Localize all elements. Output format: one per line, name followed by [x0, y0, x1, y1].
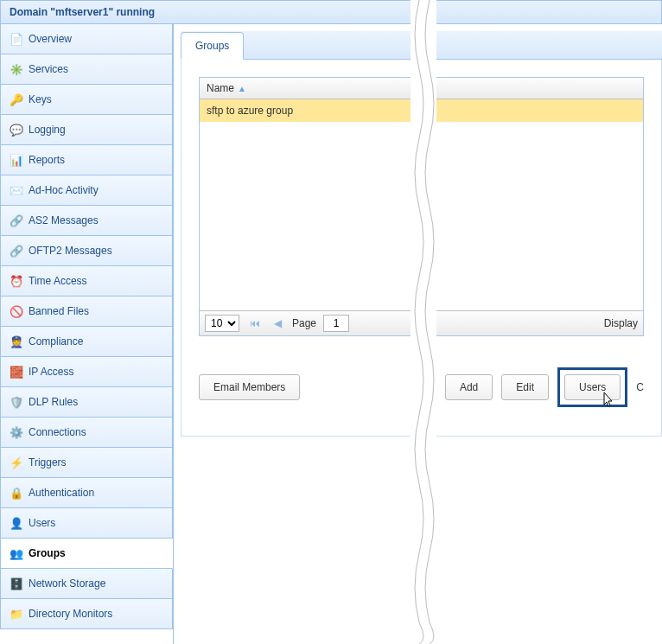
sidebar-item-label: AS2 Messages: [29, 214, 99, 226]
sidebar-item-dirmonitors[interactable]: 📁 Directory Monitors: [0, 599, 173, 629]
sidebar-item-label: Network Storage: [29, 577, 105, 590]
grid-footer: 10 ⏮ ◀ Page Display: [200, 310, 643, 335]
row-name: sftp to azure group: [207, 105, 293, 117]
sidebar-item-label: Time Access: [29, 275, 87, 287]
sidebar-item-reports[interactable]: 📊 Reports: [0, 145, 173, 175]
gear-icon: ⚙️: [10, 425, 23, 439]
user-icon: 👤: [10, 516, 23, 530]
sidebar-item-networkstorage[interactable]: 🗄️ Network Storage: [0, 569, 173, 599]
first-page-button[interactable]: ⏮: [246, 317, 264, 329]
main-panel: Groups Name ▲ sftp to azure group 10: [174, 24, 662, 644]
sidebar-item-timeaccess[interactable]: ⏰ Time Access: [0, 266, 173, 296]
sidebar-item-compliance[interactable]: 👮 Compliance: [0, 327, 173, 357]
sidebar-item-users[interactable]: 👤 Users: [0, 508, 173, 539]
as2-icon: 🔗: [10, 214, 23, 227]
folder-icon: 📁: [10, 607, 23, 621]
sidebar-item-keys[interactable]: 🔑 Keys: [0, 85, 173, 115]
page-size-select[interactable]: 10: [205, 315, 239, 332]
ipaccess-icon: 🧱: [10, 365, 23, 379]
prev-page-button[interactable]: ◀: [271, 317, 285, 329]
add-button[interactable]: Add: [445, 374, 493, 400]
compliance-icon: 👮: [10, 335, 23, 348]
sidebar-item-connections[interactable]: ⚙️ Connections: [0, 418, 173, 448]
sidebar-item-as2[interactable]: 🔗 AS2 Messages: [0, 206, 173, 236]
extra-button-cut: C: [636, 381, 644, 393]
sidebar-item-label: Logging: [29, 124, 66, 136]
logging-icon: 💬: [10, 123, 23, 137]
adhoc-icon: ✉️: [10, 183, 23, 197]
sidebar-item-label: IP Access: [29, 366, 73, 378]
page-number-input[interactable]: [323, 315, 349, 332]
tab-label: Groups: [195, 40, 229, 52]
sidebar-item-logging[interactable]: 💬 Logging: [0, 115, 173, 145]
sidebar-item-adhoc[interactable]: ✉️ Ad-Hoc Activity: [0, 175, 173, 206]
lock-icon: 🔒: [10, 486, 23, 500]
clock-icon: ⏰: [10, 274, 23, 288]
sidebar-item-label: Ad-Hoc Activity: [29, 184, 99, 196]
domain-title: Domain "mftserver1" running: [10, 6, 155, 18]
sidebar-item-overview[interactable]: 📄 Overview: [0, 24, 173, 54]
storage-icon: 🗄️: [10, 577, 23, 590]
page-label: Page: [292, 317, 316, 329]
sidebar-item-oftp2[interactable]: 🔗 OFTP2 Messages: [0, 236, 173, 266]
reports-icon: 📊: [10, 153, 23, 167]
edit-button[interactable]: Edit: [501, 374, 549, 400]
display-label: Display: [604, 317, 638, 329]
sidebar-item-authentication[interactable]: 🔒 Authentication: [0, 478, 173, 508]
sidebar-item-ipaccess[interactable]: 🧱 IP Access: [0, 357, 173, 387]
domain-header: Domain "mftserver1" running: [0, 0, 662, 24]
overview-icon: 📄: [10, 32, 23, 46]
keys-icon: 🔑: [10, 92, 23, 106]
banned-icon: 🚫: [10, 304, 23, 318]
sidebar-item-label: Overview: [29, 33, 72, 45]
sidebar-item-bannedfiles[interactable]: 🚫 Banned Files: [0, 296, 173, 327]
sidebar-item-label: Triggers: [29, 456, 67, 469]
groups-grid: Name ▲ sftp to azure group 10 ⏮ ◀ Page: [199, 77, 644, 336]
sidebar-item-label: Services: [29, 63, 68, 75]
oftp2-icon: 🔗: [10, 244, 23, 258]
email-members-button[interactable]: Email Members: [199, 374, 300, 400]
grid-row[interactable]: sftp to azure group: [200, 99, 643, 122]
triggers-icon: ⚡: [10, 456, 23, 469]
sidebar-item-label: Reports: [29, 154, 65, 166]
users-button-highlight: Users: [557, 367, 627, 407]
sidebar-item-label: Groups: [29, 547, 66, 559]
sidebar-item-label: Directory Monitors: [29, 608, 112, 620]
content-panel: Name ▲ sftp to azure group 10 ⏮ ◀ Page: [181, 60, 662, 437]
sidebar-item-label: DLP Rules: [29, 396, 78, 408]
button-row: Email Members Add Edit Users C: [199, 367, 644, 407]
sidebar-item-label: Authentication: [29, 487, 94, 499]
tab-groups[interactable]: Groups: [181, 32, 244, 60]
sidebar-item-label: Connections: [29, 426, 86, 438]
grid-body: sftp to azure group: [200, 99, 643, 310]
grid-column-name[interactable]: Name ▲: [200, 78, 643, 99]
column-label: Name: [207, 82, 234, 94]
sidebar-item-dlp[interactable]: 🛡️ DLP Rules: [0, 387, 173, 418]
services-icon: ✳️: [10, 62, 23, 76]
sidebar: 📄 Overview ✳️ Services 🔑 Keys 💬 Logging …: [0, 24, 174, 644]
sidebar-item-services[interactable]: ✳️ Services: [0, 54, 173, 85]
sidebar-item-groups[interactable]: 👥 Groups: [0, 539, 173, 569]
groups-icon: 👥: [10, 546, 23, 560]
tab-strip: Groups: [181, 31, 662, 60]
sidebar-item-label: Users: [29, 517, 55, 529]
sidebar-item-label: Keys: [29, 93, 52, 105]
sidebar-item-label: OFTP2 Messages: [29, 245, 112, 257]
shield-icon: 🛡️: [10, 395, 23, 409]
sidebar-item-label: Compliance: [29, 335, 83, 348]
users-button[interactable]: Users: [564, 374, 621, 400]
sidebar-item-label: Banned Files: [29, 305, 89, 317]
sidebar-item-triggers[interactable]: ⚡ Triggers: [0, 448, 173, 478]
sort-asc-icon: ▲: [238, 84, 246, 93]
